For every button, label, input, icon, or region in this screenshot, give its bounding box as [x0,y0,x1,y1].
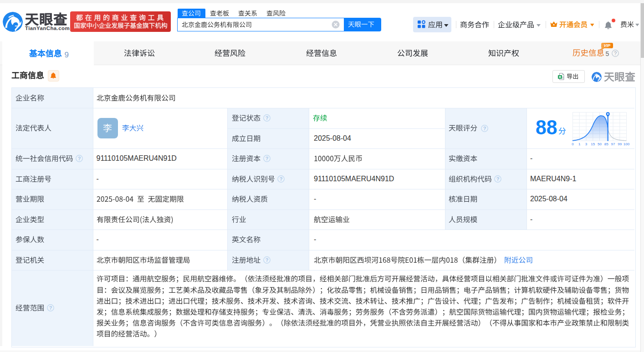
svg-text:?: ? [49,305,52,311]
svg-text:?: ? [266,115,269,121]
svg-text:?: ? [266,257,269,263]
svg-text:?: ? [483,126,486,131]
svg-text:?: ? [78,156,81,161]
svg-text:?: ? [279,176,282,182]
svg-text:?: ? [496,176,500,182]
svg-text:?: ? [614,51,617,56]
svg-text:?: ? [266,156,269,161]
